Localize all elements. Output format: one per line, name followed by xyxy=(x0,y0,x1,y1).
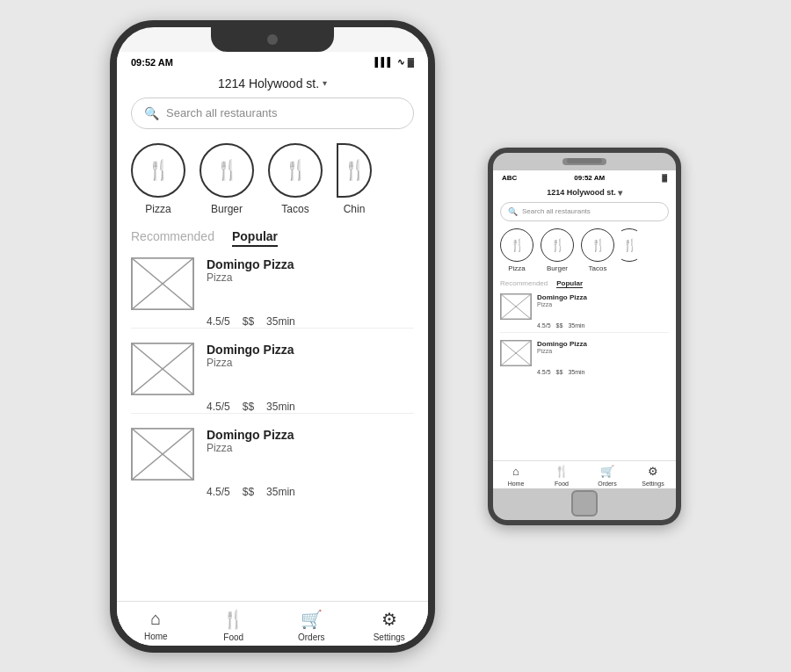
wifi-icon: ∿ xyxy=(397,57,404,67)
category-circle-chin: 🍴 xyxy=(337,143,372,198)
location-bar[interactable]: 1214 Holywood st. ▾ xyxy=(117,73,428,98)
tab-popular-small[interactable]: Popular xyxy=(556,279,583,288)
fork-knife-icon: 🍴 xyxy=(147,159,171,182)
food-icon: 🍴 xyxy=(555,465,569,478)
nav-orders-label: Orders xyxy=(598,481,616,487)
restaurant-time: 35min xyxy=(568,322,584,329)
restaurant-card[interactable]: Domingo Pizza Pizza 4.5/5 $$ 35min xyxy=(131,257,414,329)
nav-settings-small[interactable]: ⚙ Settings xyxy=(630,465,676,487)
home-button[interactable] xyxy=(571,490,598,517)
fork-knife-icon: 🍴 xyxy=(510,238,525,252)
restaurant-top: Domingo Pizza Pizza xyxy=(500,293,669,320)
restaurant-price: $$ xyxy=(556,369,563,375)
nav-home[interactable]: ⌂ Home xyxy=(117,609,195,642)
nav-orders-label: Orders xyxy=(298,632,325,642)
restaurant-name: Domingo Pizza xyxy=(537,293,669,301)
category-circle-tacos: 🍴 xyxy=(581,228,614,262)
restaurant-info: Domingo Pizza Pizza xyxy=(207,343,414,369)
nav-orders[interactable]: 🛒 Orders xyxy=(272,609,351,642)
category-pizza[interactable]: 🍴 Pizza xyxy=(131,143,185,215)
category-label-chin: Chin xyxy=(344,203,366,215)
bottom-nav: ⌂ Home 🍴 Food 🛒 Orders ⚙ Settings xyxy=(117,601,428,646)
category-label-tacos: Tacos xyxy=(589,264,607,272)
svg-line-7 xyxy=(132,429,193,480)
restaurant-info: Domingo Pizza Pizza xyxy=(537,340,669,354)
restaurant-price: $$ xyxy=(243,486,254,498)
small-phone: ABC 09:52 AM ▓ 1214 Holywood st. ▾ 🔍 Sea… xyxy=(488,148,681,525)
restaurant-card-small[interactable]: Domingo Pizza Pizza 4.5/5 $$ 35min xyxy=(500,293,669,333)
status-time: 09:52 AM xyxy=(574,174,605,182)
restaurant-rating: 4.5/5 xyxy=(207,486,230,498)
svg-line-0 xyxy=(132,258,193,309)
category-tacos-small[interactable]: 🍴 Tacos xyxy=(581,228,614,272)
settings-icon: ⚙ xyxy=(648,465,658,478)
bottom-nav-small: ⌂ Home 🍴 Food 🛒 Orders ⚙ Settings xyxy=(493,460,676,488)
category-burger[interactable]: 🍴 Burger xyxy=(200,143,254,215)
orders-icon: 🛒 xyxy=(301,609,323,630)
svg-line-4 xyxy=(132,343,193,394)
category-partial-small: 🍴 xyxy=(621,228,637,272)
tab-recommended-small[interactable]: Recommended xyxy=(500,279,548,288)
restaurant-card[interactable]: Domingo Pizza Pizza 4.5/5 $$ 35min xyxy=(131,428,414,498)
restaurant-time: 35min xyxy=(266,486,295,498)
category-chin[interactable]: 🍴 Chin xyxy=(337,143,372,215)
category-burger-small[interactable]: 🍴 Burger xyxy=(541,228,574,272)
nav-home-label: Home xyxy=(508,481,525,487)
nav-settings-label: Settings xyxy=(642,481,664,487)
search-bar-small[interactable]: 🔍 Search all restaurants xyxy=(500,202,669,221)
nav-settings[interactable]: ⚙ Settings xyxy=(351,609,429,642)
restaurant-meta: 4.5/5 $$ 35min xyxy=(131,486,414,498)
fork-knife-icon: 🍴 xyxy=(215,159,239,182)
nav-home-label: Home xyxy=(144,632,168,641)
restaurant-meta: 4.5/5 $$ 35min xyxy=(131,315,414,328)
category-label-burger: Burger xyxy=(547,264,568,272)
fork-knife-icon: 🍴 xyxy=(343,159,366,182)
restaurant-card[interactable]: Domingo Pizza Pizza 4.5/5 $$ 35min xyxy=(131,343,414,414)
tab-recommended[interactable]: Recommended xyxy=(131,229,214,247)
category-pizza-small[interactable]: 🍴 Pizza xyxy=(500,228,533,272)
restaurant-card-small[interactable]: Domingo Pizza Pizza 4.5/5 $$ 35min xyxy=(500,340,669,375)
restaurant-price: $$ xyxy=(243,401,254,413)
restaurant-name: Domingo Pizza xyxy=(537,340,669,348)
search-placeholder: Search all restaurants xyxy=(166,106,277,119)
restaurant-rating: 4.5/5 xyxy=(537,369,551,375)
nav-food[interactable]: 🍴 Food xyxy=(195,609,273,642)
restaurant-list: Domingo Pizza Pizza 4.5/5 $$ 35min xyxy=(117,257,428,601)
restaurant-info: Domingo Pizza Pizza xyxy=(207,257,414,284)
category-label-burger: Burger xyxy=(211,203,243,215)
settings-icon: ⚙ xyxy=(381,609,397,630)
restaurant-image xyxy=(131,257,194,310)
search-bar[interactable]: 🔍 Search all restaurants xyxy=(131,98,414,129)
nav-orders-small[interactable]: 🛒 Orders xyxy=(584,465,630,487)
tabs: Recommended Popular xyxy=(117,229,428,257)
location-bar-small[interactable]: 1214 Holywood st. ▾ xyxy=(493,185,676,202)
status-time: 09:52 AM xyxy=(131,57,173,68)
restaurant-list-small: Domingo Pizza Pizza 4.5/5 $$ 35min xyxy=(493,293,676,460)
nav-food-small[interactable]: 🍴 Food xyxy=(539,465,584,487)
restaurant-meta: 4.5/5 $$ 35min xyxy=(500,369,669,375)
restaurant-rating: 4.5/5 xyxy=(207,401,230,413)
home-icon: ⌂ xyxy=(512,465,519,478)
svg-line-1 xyxy=(132,258,193,309)
status-bar-small: ABC 09:52 AM ▓ xyxy=(493,170,676,185)
category-tacos[interactable]: 🍴 Tacos xyxy=(268,143,323,215)
category-circle-burger: 🍴 xyxy=(200,143,254,198)
restaurant-top: Domingo Pizza Pizza xyxy=(500,340,669,366)
restaurant-name: Domingo Pizza xyxy=(207,257,414,271)
search-icon: 🔍 xyxy=(144,106,159,120)
svg-rect-2 xyxy=(132,258,193,309)
tab-popular[interactable]: Popular xyxy=(232,229,278,247)
speaker xyxy=(567,158,602,163)
restaurant-info: Domingo Pizza Pizza xyxy=(207,428,414,454)
nav-home-small[interactable]: ⌂ Home xyxy=(493,465,539,487)
category-list: 🍴 Pizza 🍴 Burger 🍴 Tacos 🍴 Ch xyxy=(117,143,428,229)
restaurant-price: $$ xyxy=(243,315,254,328)
home-icon: ⌂ xyxy=(150,609,161,629)
restaurant-type: Pizza xyxy=(537,301,669,307)
chevron-down-icon: ▾ xyxy=(618,188,622,198)
large-phone-screen: 09:52 AM ▌▌▌ ∿ ▓ 1214 Holywood st. ▾ 🔍 S… xyxy=(117,52,428,646)
restaurant-price: $$ xyxy=(556,322,563,329)
category-label-pizza: Pizza xyxy=(145,203,171,215)
restaurant-top: Domingo Pizza Pizza xyxy=(131,257,414,310)
nav-settings-label: Settings xyxy=(374,632,405,642)
